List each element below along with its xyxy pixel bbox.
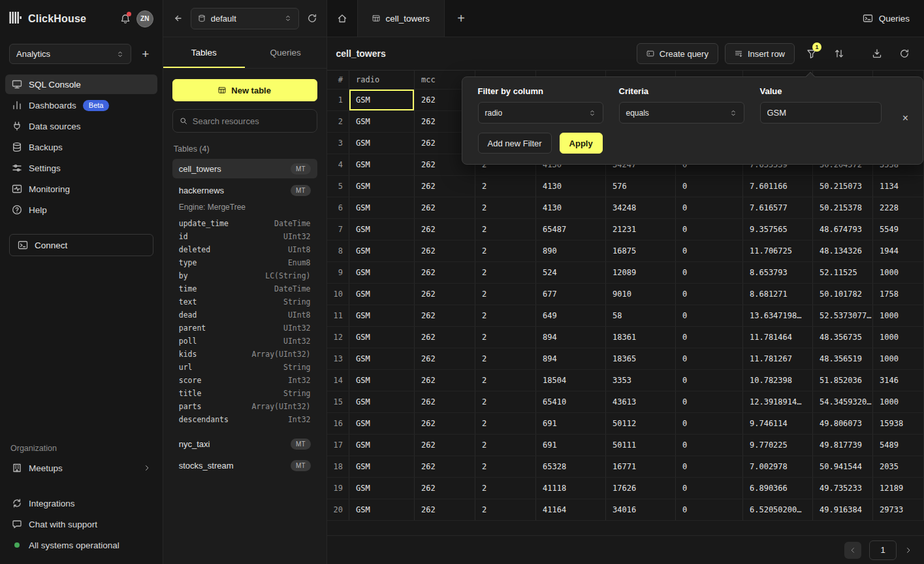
data-cell[interactable]: 18365 <box>606 348 676 370</box>
row-number[interactable]: 3 <box>327 133 349 154</box>
data-cell[interactable]: 262 <box>415 478 475 499</box>
data-cell[interactable]: 50.215378 <box>813 197 873 219</box>
table-item-nyc-taxi[interactable]: nyc_taxi MT <box>172 434 317 454</box>
data-cell[interactable]: 7.002978 <box>743 456 813 478</box>
data-cell[interactable]: 9.357565 <box>743 219 813 241</box>
data-cell[interactable]: GSM <box>349 154 415 176</box>
data-cell[interactable]: 262 <box>415 176 475 197</box>
data-cell[interactable]: 52.11525 <box>813 262 873 284</box>
data-cell[interactable]: GSM <box>349 413 415 435</box>
row-number[interactable]: 16 <box>327 413 349 435</box>
data-cell[interactable]: 65410 <box>536 391 606 413</box>
data-cell[interactable]: 1000 <box>873 348 924 370</box>
create-query-button[interactable]: Create query <box>637 43 718 64</box>
data-cell[interactable]: 0 <box>676 327 743 348</box>
data-cell[interactable]: 1758 <box>873 284 924 305</box>
data-cell[interactable]: 15938 <box>873 413 924 435</box>
data-cell[interactable]: 1944 <box>873 241 924 262</box>
data-cell[interactable]: 2 <box>475 413 536 435</box>
data-cell[interactable]: 11.781267 <box>743 348 813 370</box>
table-item-stocks-stream[interactable]: stocks_stream MT <box>172 456 317 475</box>
data-cell[interactable]: GSM <box>349 284 415 305</box>
next-page-button[interactable] <box>904 546 912 554</box>
sidebar-item-dashboards[interactable]: Dashboards Beta <box>5 95 157 115</box>
data-cell[interactable]: 34248 <box>606 197 676 219</box>
data-cell[interactable]: 4130 <box>536 197 606 219</box>
data-cell[interactable]: GSM <box>349 327 415 348</box>
row-number[interactable]: 2 <box>327 111 349 133</box>
data-cell[interactable]: 34016 <box>606 499 676 521</box>
data-cell[interactable]: 11.781464 <box>743 327 813 348</box>
row-number[interactable]: 19 <box>327 478 349 499</box>
data-cell[interactable]: 691 <box>536 413 606 435</box>
data-cell[interactable]: 2 <box>475 456 536 478</box>
data-cell[interactable]: 677 <box>536 284 606 305</box>
data-cell[interactable]: 11.706725 <box>743 241 813 262</box>
data-cell[interactable]: 50111 <box>606 435 676 456</box>
data-cell[interactable]: 5549 <box>873 219 924 241</box>
data-cell[interactable]: GSM <box>349 197 415 219</box>
data-cell[interactable]: GSM <box>349 391 415 413</box>
data-cell[interactable]: 65328 <box>536 456 606 478</box>
data-cell[interactable]: 43613 <box>606 391 676 413</box>
row-number[interactable]: 17 <box>327 435 349 456</box>
add-workspace-button[interactable]: + <box>138 46 153 62</box>
data-cell[interactable]: GSM <box>349 478 415 499</box>
data-cell[interactable]: 262 <box>415 499 475 521</box>
data-cell[interactable]: 50112 <box>606 413 676 435</box>
data-cell[interactable]: 2 <box>475 348 536 370</box>
data-cell[interactable]: 2 <box>475 370 536 391</box>
collapse-panel-icon[interactable] <box>172 13 183 24</box>
row-number[interactable]: 12 <box>327 327 349 348</box>
database-select[interactable]: default <box>191 8 299 29</box>
sort-icon[interactable] <box>829 43 850 64</box>
sidebar-item-sql-console[interactable]: SQL Console <box>5 75 157 94</box>
data-cell[interactable]: 50.941544 <box>813 456 873 478</box>
data-cell[interactable]: GSM <box>349 435 415 456</box>
notifications-bell-icon[interactable] <box>120 14 131 24</box>
data-cell[interactable]: GSM <box>349 219 415 241</box>
data-cell[interactable]: 2 <box>475 284 536 305</box>
data-cell[interactable]: 0 <box>676 499 743 521</box>
sidebar-item-settings[interactable]: Settings <box>5 158 157 178</box>
data-cell[interactable]: 13.6347198… <box>743 305 813 327</box>
row-number[interactable]: 9 <box>327 262 349 284</box>
data-cell[interactable]: 2 <box>475 262 536 284</box>
data-cell[interactable]: 0 <box>676 176 743 197</box>
data-cell[interactable]: 1000 <box>873 391 924 413</box>
data-cell[interactable]: 894 <box>536 327 606 348</box>
row-number[interactable]: 18 <box>327 456 349 478</box>
filter-criteria-select[interactable]: equals <box>619 102 744 124</box>
data-cell[interactable]: GSM <box>349 370 415 391</box>
data-cell[interactable]: 48.674793 <box>813 219 873 241</box>
data-cell[interactable]: 49.806073 <box>813 413 873 435</box>
data-cell[interactable]: 12089 <box>606 262 676 284</box>
data-cell[interactable]: 49.735233 <box>813 478 873 499</box>
data-cell[interactable]: 7.601166 <box>743 176 813 197</box>
data-cell[interactable]: 7.616577 <box>743 197 813 219</box>
filter-value-input[interactable] <box>760 102 882 124</box>
data-cell[interactable]: 0 <box>676 241 743 262</box>
data-cell[interactable]: 2 <box>475 219 536 241</box>
data-cell[interactable]: 0 <box>676 413 743 435</box>
apply-filter-button[interactable]: Apply <box>560 133 603 154</box>
data-cell[interactable]: 5489 <box>873 435 924 456</box>
data-cell[interactable]: 0 <box>676 197 743 219</box>
data-cell[interactable]: GSM <box>349 111 415 133</box>
row-number[interactable]: 13 <box>327 348 349 370</box>
download-icon[interactable] <box>867 43 887 64</box>
sidebar-item-chat-support[interactable]: Chat with support <box>5 514 157 534</box>
tab-tables[interactable]: Tables <box>163 37 245 68</box>
data-cell[interactable]: GSM <box>349 133 415 154</box>
page-number[interactable]: 1 <box>869 540 897 560</box>
data-cell[interactable]: 2035 <box>873 456 924 478</box>
data-cell[interactable]: 262 <box>415 262 475 284</box>
data-cell[interactable]: GSM <box>349 456 415 478</box>
data-cell[interactable]: 2 <box>475 197 536 219</box>
data-cell[interactable]: 0 <box>676 348 743 370</box>
data-cell[interactable]: 262 <box>415 305 475 327</box>
data-cell[interactable]: 2 <box>475 391 536 413</box>
data-cell[interactable]: 3353 <box>606 370 676 391</box>
row-number[interactable]: 10 <box>327 284 349 305</box>
sidebar-item-data-sources[interactable]: Data sources <box>5 116 157 136</box>
